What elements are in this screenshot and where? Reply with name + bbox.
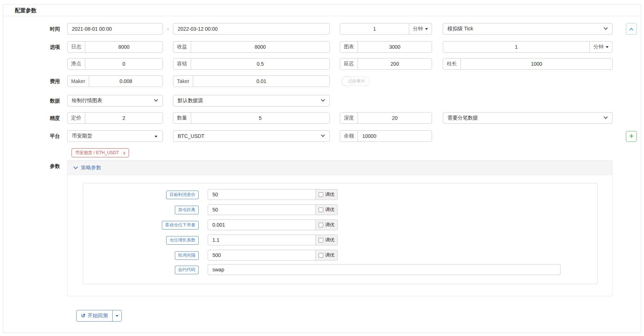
tick-mode-select[interactable]: 模拟级 Tick [443,23,613,35]
balance-input[interactable] [358,131,432,141]
param-input-target-profit-spread[interactable] [208,189,316,200]
precision-row-label: 精度 [15,112,60,124]
period-value-input[interactable] [443,42,589,52]
remove-tag-button[interactable]: x [123,150,125,156]
log-count-label: 日志 [68,42,85,52]
tune-checkbox[interactable] [319,238,323,243]
tolerance-input[interactable] [191,58,329,69]
depth-input[interactable] [358,113,432,123]
panel-title: 配置参数 [3,5,641,16]
chevron-down-icon [321,133,325,137]
taker-fee-label: Taker [173,76,193,87]
maker-fee-input[interactable] [89,76,163,87]
tolerance-label: 容错 [173,58,191,69]
tune-checkbox[interactable] [319,192,323,197]
param-label-pill: 仓位增长系数 [166,236,199,245]
amount-precision-group: 数量 [173,112,330,124]
chevron-down-icon [73,165,78,169]
tune-checkbox[interactable] [319,208,323,212]
caret-down-icon [425,28,428,30]
tune-addon: 调优 [316,250,338,261]
platform-tag-text: 币安期货 / ETH_USDT [75,150,119,156]
caret-down-icon [116,315,118,317]
strategy-params-header[interactable]: 策略参数 [68,161,612,175]
tick-data-mode-select[interactable]: 需要分笔数据 [443,112,613,124]
tune-addon: 调优 [316,204,338,215]
price-precision-group: 定价 [67,112,163,124]
strategy-params-panel: 策略参数 目标利润差价 调优 加仓距离 调优 基础仓位下单量 调优 仓位增长系数… [67,160,613,296]
price-precision-input[interactable] [85,113,163,123]
platform-tag: 币安期货 / ETH_USDT x [72,148,129,157]
chevron-down-icon [321,97,325,101]
chart-count-input[interactable] [358,42,432,52]
param-input-add-position-distance[interactable] [208,204,316,215]
delay-label: 延迟 [340,58,358,69]
chevron-up-icon [629,28,633,32]
data-source-select[interactable]: 默认数据源 [173,95,330,106]
balance-group: 余额 [340,130,432,142]
price-precision-label: 定价 [68,113,85,123]
period-group: 分钟 [443,41,613,53]
tick-interval-unit-dropdown[interactable]: 分钟 [409,23,432,34]
delay-group: 延迟 [340,58,432,70]
caret-down-icon [606,46,609,48]
plus-icon: + [629,132,634,140]
chart-count-group: 图表 [340,41,432,53]
strategy-params-title: 策略参数 [81,165,101,171]
slippage-input[interactable] [85,58,163,69]
param-label-pill: 基础仓位下单量 [162,221,199,230]
profit-count-label: 收益 [173,42,191,52]
period-unit-dropdown[interactable]: 分钟 [589,42,612,52]
tune-checkbox[interactable] [319,223,323,227]
tune-addon: 调优 [316,219,338,230]
backtest-end-time-input[interactable] [173,23,330,35]
depth-group: 深度 [340,112,432,124]
platform-row-label: 平台 [15,130,60,142]
trading-pair-select[interactable]: BTC_USDT [173,130,330,142]
log-count-group: 日志 [67,41,163,53]
bar-length-group: 柱长 [443,58,613,70]
chart-count-label: 图表 [340,42,358,52]
chevron-down-icon [154,97,158,101]
exchange-dropdown[interactable]: 币安期货 [67,130,163,142]
history-icon: ↺ [81,313,86,319]
param-label-pill: 轮询间隔 [175,251,199,260]
slippage-label: 滑点 [68,58,85,69]
add-platform-button[interactable]: + [626,131,637,142]
chart-mode-select[interactable]: 绘制行情图表 [67,95,163,106]
taker-fee-input[interactable] [193,76,329,87]
param-input-position-growth-factor[interactable] [208,235,316,245]
tune-addon: 调优 [316,235,338,245]
backtest-start-time-input[interactable] [67,23,163,35]
time-row-label: 时间 [15,23,60,35]
start-backtest-button[interactable]: ↺ 开始回测 [76,310,113,322]
delay-input[interactable] [358,58,432,69]
tick-interval-input[interactable] [340,23,409,34]
bar-length-input[interactable] [461,58,612,69]
fee-row-label: 费用 [15,75,60,87]
chevron-down-icon [604,26,608,30]
param-input-polling-interval[interactable] [208,250,316,261]
backtest-options-dropdown[interactable] [112,310,122,322]
profit-count-group: 收益 [173,41,330,53]
depth-label: 深度 [340,113,358,123]
time-range-separator: - [163,23,173,35]
bar-length-label: 柱长 [443,58,461,69]
param-label-pill: 合约代码 [175,266,199,274]
maker-fee-label: Maker [68,76,89,87]
log-count-input[interactable] [85,42,163,52]
param-input-contract-code[interactable] [208,264,561,275]
param-input-base-position-size[interactable] [208,219,316,230]
record-events-toggle[interactable]: 记录事件 [342,77,370,86]
maker-fee-group: Maker [67,75,163,87]
tune-checkbox[interactable] [319,253,323,258]
tune-addon: 调优 [316,189,338,200]
slippage-group: 滑点 [67,58,163,70]
chevron-down-icon [604,115,608,119]
profit-count-input[interactable] [191,42,329,52]
amount-precision-input[interactable] [191,113,329,123]
param-label-pill: 加仓距离 [175,206,199,214]
collapse-panel-button[interactable] [626,23,637,35]
taker-fee-group: Taker [173,75,330,87]
amount-precision-label: 数量 [173,113,191,123]
